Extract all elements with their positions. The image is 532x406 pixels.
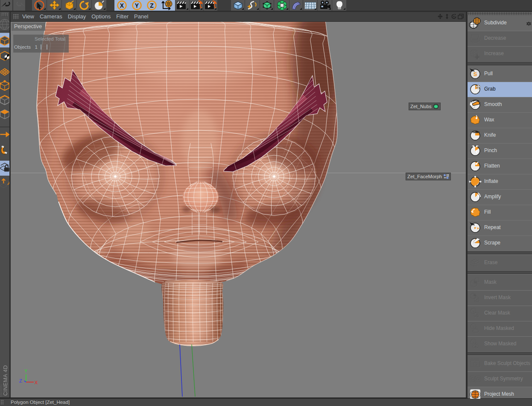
- svg-text:X: X: [35, 380, 38, 385]
- svg-text:X: X: [120, 2, 124, 9]
- svg-text:Y: Y: [24, 368, 28, 374]
- svg-text:Z: Z: [19, 378, 22, 383]
- svg-text:Y: Y: [135, 2, 139, 9]
- svg-text:Z: Z: [150, 2, 154, 9]
- svg-text:S: S: [474, 71, 477, 77]
